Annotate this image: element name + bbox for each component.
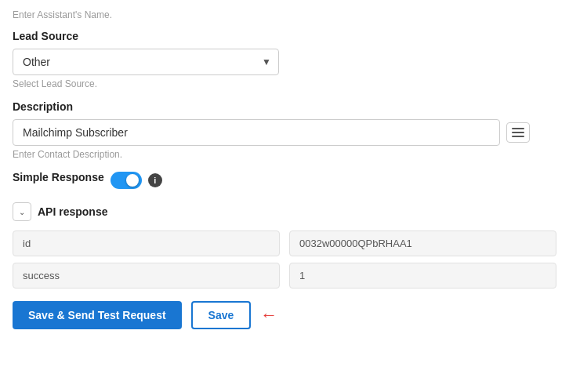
- toggle-thumb: [126, 174, 139, 187]
- description-hint: Enter Contact Description.: [13, 149, 556, 160]
- description-lines-icon[interactable]: [506, 122, 530, 143]
- api-key-id[interactable]: [13, 230, 280, 256]
- simple-response-row: Simple Response i: [13, 171, 556, 190]
- api-response-title: API response: [38, 205, 107, 218]
- description-row: [13, 119, 530, 146]
- save-send-test-button[interactable]: Save & Send Test Request: [13, 301, 182, 329]
- api-row-success: [13, 263, 556, 289]
- description-label: Description: [13, 100, 556, 113]
- lead-source-field: Lead Source Other Web Phone Inquiry Part…: [13, 30, 556, 89]
- line-3: [512, 136, 524, 137]
- lead-source-hint: Select Lead Source.: [13, 78, 556, 89]
- arrow-indicator: ←: [260, 305, 277, 325]
- api-value-success[interactable]: [289, 263, 556, 289]
- simple-response-label: Simple Response: [13, 171, 104, 183]
- line-2: [512, 132, 524, 133]
- api-response-header: ⌄ API response: [13, 202, 556, 221]
- toggle-track[interactable]: [111, 172, 142, 189]
- simple-response-toggle[interactable]: [111, 172, 142, 189]
- api-value-id[interactable]: [289, 230, 556, 256]
- save-button[interactable]: Save: [191, 301, 252, 329]
- lead-source-label: Lead Source: [13, 30, 556, 42]
- api-response-chevron-button[interactable]: ⌄: [13, 202, 31, 221]
- api-key-success[interactable]: [13, 263, 280, 289]
- info-icon[interactable]: i: [148, 173, 162, 187]
- description-field: Description Enter Contact Description.: [13, 100, 556, 160]
- assistant-name-hint: Enter Assistant's Name.: [13, 9, 556, 20]
- api-row-id: [13, 230, 556, 256]
- lead-source-select[interactable]: Other Web Phone Inquiry Partner Referral…: [13, 49, 279, 75]
- description-input[interactable]: [13, 119, 500, 146]
- line-1: [512, 128, 524, 129]
- lead-source-wrapper: Other Web Phone Inquiry Partner Referral…: [13, 49, 279, 75]
- api-response-section: ⌄ API response: [13, 202, 556, 289]
- footer-row: Save & Send Test Request Save ←: [13, 301, 556, 329]
